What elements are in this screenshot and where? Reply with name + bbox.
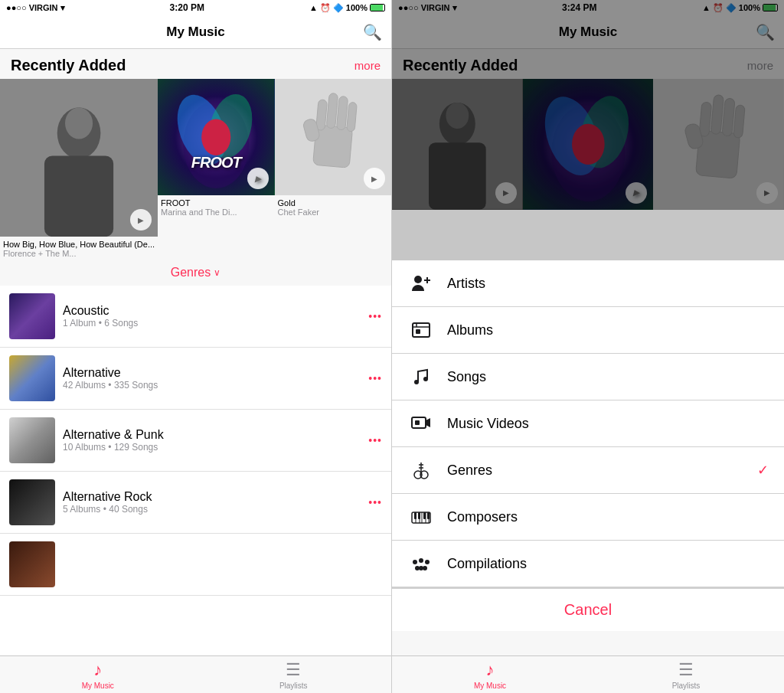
composers-icon <box>407 503 435 531</box>
left-genre-selector[interactable]: Genres ∨ <box>0 260 391 286</box>
left-genre-sub-alternative: 42 Albums • 335 Songs <box>63 380 368 391</box>
left-genre-text-acoustic: Acoustic 1 Album • 6 Songs <box>63 304 368 329</box>
left-genre-row-alt-rock[interactable]: Alternative Rock 5 Albums • 40 Songs ••• <box>0 472 391 534</box>
sheet-item-composers[interactable]: Composers <box>392 494 784 541</box>
sheet-item-songs[interactable]: Songs <box>392 354 784 400</box>
left-right-status: ▲ ⏰ 🔷 100% <box>309 3 385 13</box>
left-genre-thumb-acoustic <box>9 293 55 339</box>
battery-text: 100% <box>346 3 368 12</box>
left-search-button[interactable]: 🔍 <box>363 23 382 41</box>
albums-icon <box>407 316 435 344</box>
sheet-label-songs: Songs <box>447 369 769 385</box>
left-genre-dots-acoustic[interactable]: ••• <box>368 310 382 322</box>
left-album-artist-florence: Florence + The M... <box>3 249 155 258</box>
left-carrier: ●●○○ VIRGIN ▾ <box>6 3 65 13</box>
right-my-music-icon: ♪ <box>486 660 495 680</box>
carrier-text: ●●○○ VIRGIN <box>6 3 58 12</box>
left-album-row: ▶ How Big, How Blue, How Beautiful (De..… <box>0 79 391 260</box>
right-tab-playlists[interactable]: ☰ Playlists <box>588 656 784 693</box>
left-album-artist-chet: Chet Faker <box>278 208 388 217</box>
left-genre-row-acoustic[interactable]: Acoustic 1 Album • 6 Songs ••• <box>0 286 391 348</box>
left-genre-row-alt-punk[interactable]: Alternative & Punk 10 Albums • 129 Songs… <box>0 410 391 472</box>
left-album-info-chet: Gold Chet Faker <box>275 195 391 218</box>
left-genre-row-partial[interactable] <box>0 534 391 596</box>
location-icon: ▲ <box>309 3 318 12</box>
sheet-item-compilations[interactable]: Compilations <box>392 541 784 587</box>
sheet-label-albums: Albums <box>447 322 769 338</box>
left-panel: ●●○○ VIRGIN ▾ 3:20 PM ▲ ⏰ 🔷 100% My Musi… <box>0 0 392 693</box>
sheet-item-genres[interactable]: Genres ✓ <box>392 447 784 494</box>
right-panel: ●●○○ VIRGIN ▾ 3:24 PM ▲ ⏰ 🔷 100% My Musi… <box>392 0 784 693</box>
svg-point-62 <box>419 558 423 563</box>
left-genre-text-alt-rock: Alternative Rock 5 Albums • 40 Songs <box>63 490 368 515</box>
left-album-name-chet: Gold <box>278 198 388 208</box>
sheet-item-music-videos[interactable]: Music Videos <box>392 400 784 447</box>
left-cover-florence: ▶ <box>0 79 158 237</box>
right-playlists-icon: ☰ <box>678 660 694 680</box>
left-playlists-label: Playlists <box>279 682 308 690</box>
left-more-button[interactable]: more <box>354 59 381 72</box>
left-play-florence[interactable]: ▶ <box>130 209 152 230</box>
songs-icon <box>407 363 435 391</box>
action-sheet: Artists Albums <box>392 260 784 631</box>
left-genre-text-alternative: Alternative 42 Albums • 335 Songs <box>63 366 368 391</box>
svg-point-61 <box>413 560 417 564</box>
sheet-item-albums[interactable]: Albums <box>392 307 784 354</box>
left-my-music-label: My Music <box>82 682 114 690</box>
left-recently-added-header: Recently Added more <box>0 49 391 79</box>
svg-point-63 <box>425 560 430 564</box>
sheet-label-genres: Genres <box>447 463 751 479</box>
left-genre-dots-alt-punk[interactable]: ••• <box>368 434 382 446</box>
right-my-music-label: My Music <box>474 682 506 690</box>
svg-point-40 <box>423 377 428 381</box>
svg-point-3 <box>65 107 93 139</box>
left-album-info-marina: FROOT Marina and The Di... <box>158 195 274 218</box>
sheet-item-artists[interactable]: Artists <box>392 260 784 307</box>
right-tab-my-music[interactable]: ♪ My Music <box>392 656 588 693</box>
left-album-info-florence: How Big, How Blue, How Beautiful (De... … <box>0 237 158 260</box>
left-genre-dots-alternative[interactable]: ••• <box>368 372 382 384</box>
left-tab-playlists[interactable]: ☰ Playlists <box>196 656 392 693</box>
left-my-music-icon: ♪ <box>93 660 102 680</box>
left-genre-thumb-alternative <box>9 355 55 401</box>
left-tab-my-music[interactable]: ♪ My Music <box>0 656 196 693</box>
cancel-label: Cancel <box>564 601 612 618</box>
left-album-chet[interactable]: ▶ Gold Chet Faker <box>275 79 391 260</box>
left-genre-thumb-alt-rock <box>9 479 55 525</box>
svg-point-60 <box>423 566 427 570</box>
left-genre-dots-alt-rock[interactable]: ••• <box>368 496 382 508</box>
left-playlists-icon: ☰ <box>286 660 301 680</box>
left-album-florence[interactable]: ▶ How Big, How Blue, How Beautiful (De..… <box>0 79 158 260</box>
left-genre-text-alt-punk: Alternative & Punk 10 Albums • 129 Songs <box>63 428 368 453</box>
sheet-label-composers: Composers <box>447 509 769 525</box>
bluetooth-icon: 🔷 <box>333 3 344 13</box>
left-status-bar: ●●○○ VIRGIN ▾ 3:20 PM ▲ ⏰ 🔷 100% <box>0 0 391 15</box>
left-time: 3:20 PM <box>170 2 204 13</box>
left-genre-name-acoustic: Acoustic <box>63 304 368 318</box>
battery-indicator <box>370 4 385 11</box>
sheet-label-artists: Artists <box>447 276 769 292</box>
svg-point-32 <box>414 276 422 283</box>
svg-rect-35 <box>413 323 430 337</box>
overlay-dimmed-bg <box>392 0 784 260</box>
left-genre-sub-alt-punk: 10 Albums • 129 Songs <box>63 442 368 453</box>
left-nav-bar: My Music 🔍 <box>0 15 391 49</box>
left-album-name-florence: How Big, How Blue, How Beautiful (De... <box>3 240 155 249</box>
right-tab-bar: ♪ My Music ☰ Playlists <box>392 655 784 693</box>
left-genre-label: Genres <box>171 266 211 279</box>
left-album-artist-marina: Marina and The Di... <box>161 208 271 217</box>
left-genre-thumb-partial <box>9 541 55 587</box>
cancel-button[interactable]: Cancel <box>392 587 784 631</box>
left-genre-row-alternative[interactable]: Alternative 42 Albums • 335 Songs ••• <box>0 348 391 410</box>
left-nav-title: My Music <box>166 25 225 40</box>
svg-rect-2 <box>44 155 113 237</box>
left-tab-bar: ♪ My Music ☰ Playlists <box>0 655 391 693</box>
left-album-name-marina: FROOT <box>161 198 271 208</box>
left-genre-name-alternative: Alternative <box>63 366 368 380</box>
artists-icon <box>407 270 435 297</box>
left-album-marina[interactable]: FROOT ▶ FROOT Marina and The Di... <box>158 79 274 260</box>
left-genre-name-alt-punk: Alternative & Punk <box>63 428 368 442</box>
genres-checkmark-icon: ✓ <box>757 462 769 479</box>
right-playlists-label: Playlists <box>672 682 701 690</box>
sheet-label-music-videos: Music Videos <box>447 416 769 432</box>
